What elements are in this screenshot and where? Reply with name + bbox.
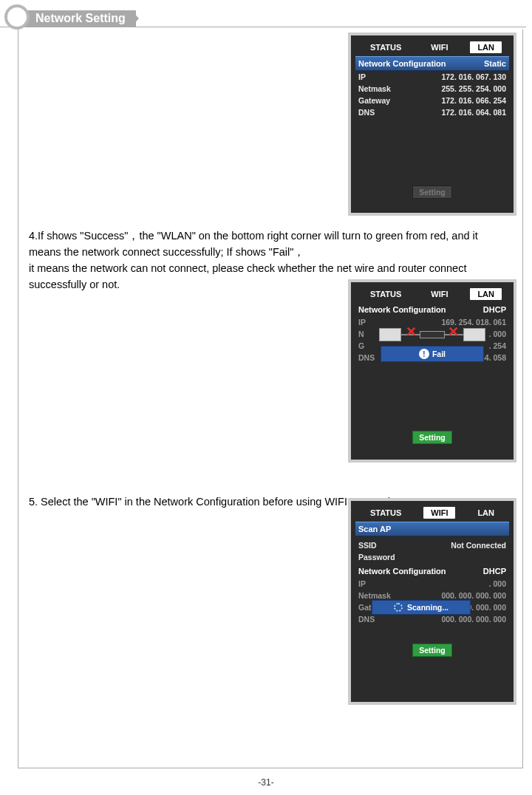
dns-row: DNS 000. 000. 000. 000 <box>351 613 514 625</box>
spinner-icon <box>394 603 403 612</box>
dns-label: DNS <box>358 353 375 362</box>
netmask-value: 255. 255. 254. 000 <box>441 84 506 93</box>
tab-lan[interactable]: LAN <box>470 41 502 53</box>
tab-wifi[interactable]: WIFI <box>423 41 455 53</box>
network-config-row[interactable]: Network Configuration DHCP <box>355 564 509 578</box>
setting-button[interactable]: Setting <box>412 644 452 657</box>
scan-ap-row[interactable]: Scan AP <box>355 522 509 536</box>
tab-lan[interactable]: LAN <box>470 507 502 519</box>
network-config-mode: Static <box>484 59 506 68</box>
device-router-icon <box>420 331 445 338</box>
ip-label: IP <box>358 579 366 588</box>
tab-bar: STATUS WIFI LAN <box>351 40 514 56</box>
device-monitor-icon <box>379 328 401 341</box>
network-config-row[interactable]: Network Configuration DHCP <box>355 303 509 316</box>
header-circle-icon <box>4 4 30 30</box>
network-panel-static: STATUS WIFI LAN Network Configuration St… <box>348 33 516 216</box>
gateway-value: . 254 <box>489 341 506 350</box>
tab-status[interactable]: STATUS <box>363 507 409 519</box>
scan-ap-label: Scan AP <box>358 525 391 533</box>
password-label: Password <box>358 553 395 562</box>
netmask-value: . 000 <box>489 330 506 338</box>
tab-bar: STATUS WIFI LAN <box>351 287 514 303</box>
tab-lan[interactable]: LAN <box>470 288 502 300</box>
connection-graphic: ✕ ✕ <box>379 324 485 344</box>
header-divider <box>0 27 526 27</box>
netmask-value: 000. 000. 000. 000 <box>441 591 506 600</box>
network-config-mode: DHCP <box>483 567 506 576</box>
ip-row: IP 172. 016. 067. 130 <box>351 71 514 83</box>
dns-value: 172. 016. 064. 081 <box>441 108 506 117</box>
password-row[interactable]: Password <box>351 551 514 563</box>
ip-label: IP <box>358 72 366 81</box>
tab-bar: STATUS WIFI LAN <box>351 505 514 522</box>
network-config-mode: DHCP <box>483 305 506 314</box>
tab-wifi[interactable]: WIFI <box>423 507 455 519</box>
fail-label: Fail <box>432 349 446 358</box>
netmask-label: Netmask <box>358 84 391 93</box>
network-config-label: Network Configuration <box>358 59 446 68</box>
dns-value: 000. 000. 000. 000 <box>441 615 506 624</box>
ssid-row[interactable]: SSID Not Connected <box>351 539 514 551</box>
ip-value: . 000 <box>489 579 506 588</box>
gateway-label: G <box>358 341 364 350</box>
scanning-popup: Scanning... <box>372 600 471 615</box>
page-number: -31- <box>0 777 532 788</box>
x-mark-icon: ✕ <box>406 324 417 340</box>
page-content: STATUS WIFI LAN Network Configuration St… <box>18 30 523 768</box>
netmask-label: Netmask <box>358 591 391 600</box>
netmask-label: N <box>358 330 364 338</box>
device-monitor-icon <box>463 328 485 341</box>
network-config-row[interactable]: Network Configuration Static <box>355 56 509 71</box>
tab-wifi[interactable]: WIFI <box>423 288 455 300</box>
ip-value: 172. 016. 067. 130 <box>441 72 506 81</box>
setting-button[interactable]: Setting <box>412 185 452 199</box>
x-mark-icon: ✕ <box>448 324 459 340</box>
setting-button[interactable]: Setting <box>412 431 452 444</box>
scanning-label: Scanning... <box>407 603 449 612</box>
network-config-label: Network Configuration <box>358 567 446 576</box>
page-header: Network Setting <box>0 6 532 30</box>
tab-status[interactable]: STATUS <box>363 41 409 53</box>
netmask-row: Netmask 255. 255. 254. 000 <box>351 83 514 95</box>
ip-label: IP <box>358 318 366 327</box>
tab-status[interactable]: STATUS <box>363 288 409 300</box>
network-panel-fail: STATUS WIFI LAN Network Configuration DH… <box>348 279 516 463</box>
gateway-value: 172. 016. 066. 254 <box>441 96 506 105</box>
network-panel-wifi: STATUS WIFI LAN Scan AP SSID Not Connect… <box>348 498 516 705</box>
dns-row: DNS 172. 016. 064. 081 <box>351 106 514 118</box>
page-title: Network Setting <box>21 10 136 27</box>
gateway-label: Gateway <box>358 96 390 105</box>
ssid-value: Not Connected <box>451 541 506 550</box>
gateway-row: Gateway 172. 016. 066. 254 <box>351 95 514 106</box>
alert-icon: ! <box>419 349 429 359</box>
ip-row: IP . 000 <box>351 578 514 590</box>
network-config-label: Network Configuration <box>358 305 446 314</box>
ssid-label: SSID <box>358 541 377 550</box>
dns-label: DNS <box>358 108 375 117</box>
dns-label: DNS <box>358 615 375 624</box>
fail-popup: ! Fail <box>381 346 484 362</box>
